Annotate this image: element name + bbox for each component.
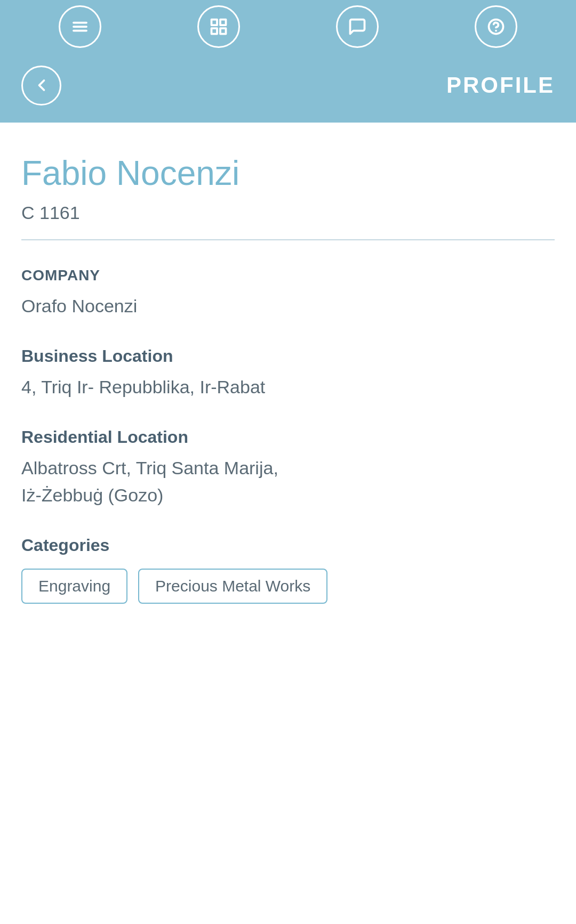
grid-button[interactable] bbox=[197, 5, 240, 48]
member-id: C 1161 bbox=[21, 202, 555, 223]
categories-section: Categories Engraving Precious Metal Work… bbox=[21, 536, 555, 604]
help-icon bbox=[486, 17, 506, 36]
category-tag-precious-metal-works[interactable]: Precious Metal Works bbox=[138, 569, 327, 604]
menu-button[interactable] bbox=[59, 5, 101, 48]
company-label: COMPANY bbox=[21, 267, 555, 284]
page-title: PROFILE bbox=[446, 72, 555, 98]
residential-location-section: Residential Location Albatross Crt, Triq… bbox=[21, 427, 555, 509]
svg-rect-5 bbox=[212, 28, 218, 34]
chat-button[interactable] bbox=[336, 5, 379, 48]
back-chevron-icon bbox=[32, 76, 51, 95]
company-value: Orafo Nocenzi bbox=[21, 293, 555, 320]
person-name: Fabio Nocenzi bbox=[21, 155, 555, 192]
category-tags: Engraving Precious Metal Works bbox=[21, 569, 555, 604]
company-section: COMPANY Orafo Nocenzi bbox=[21, 267, 555, 320]
svg-rect-3 bbox=[212, 20, 218, 26]
back-button[interactable] bbox=[21, 66, 61, 106]
business-location-value: 4, Triq Ir- Repubblika, Ir-Rabat bbox=[21, 374, 555, 401]
business-location-label: Business Location bbox=[21, 346, 555, 366]
residential-location-value: Albatross Crt, Triq Santa Marija, Iż-Żeb… bbox=[21, 455, 555, 509]
business-location-section: Business Location 4, Triq Ir- Repubblika… bbox=[21, 346, 555, 401]
help-button[interactable] bbox=[475, 5, 517, 48]
profile-header: PROFILE bbox=[0, 53, 576, 123]
menu-icon bbox=[70, 17, 90, 36]
category-tag-engraving[interactable]: Engraving bbox=[21, 569, 127, 604]
divider bbox=[21, 239, 555, 240]
svg-rect-4 bbox=[220, 20, 226, 26]
categories-label: Categories bbox=[21, 536, 555, 555]
top-navigation bbox=[0, 0, 576, 53]
main-content: Fabio Nocenzi C 1161 COMPANY Orafo Nocen… bbox=[0, 123, 576, 636]
svg-rect-6 bbox=[220, 28, 226, 34]
residential-location-label: Residential Location bbox=[21, 427, 555, 447]
grid-icon bbox=[209, 17, 228, 36]
chat-icon bbox=[348, 17, 367, 36]
